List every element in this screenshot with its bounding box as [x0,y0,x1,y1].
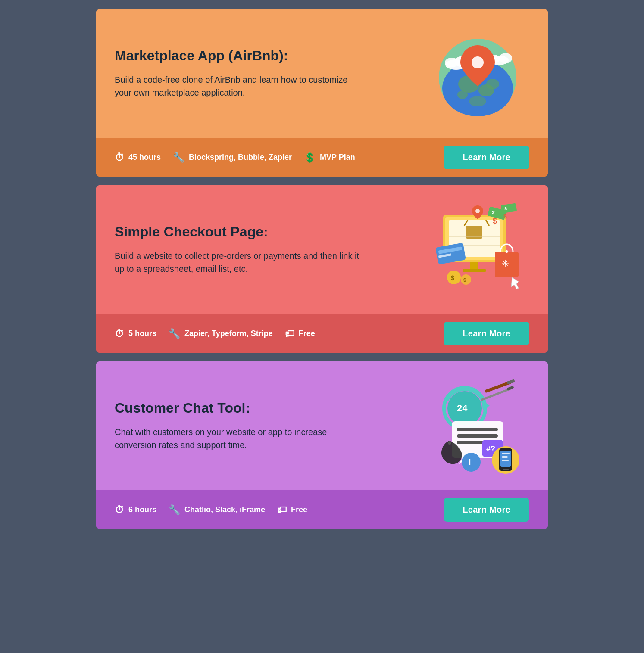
marketplace-card-content: Marketplace App (AirBnb): Build a code-f… [115,47,365,99]
chat-hours: ⏱ 6 hours [115,504,156,516]
svg-point-27 [506,250,508,253]
marketplace-learn-more-button[interactable]: Learn More [444,146,529,169]
marketplace-card-image [426,26,529,121]
svg-point-9 [445,58,459,67]
svg-rect-51 [457,428,498,431]
marketplace-card-top: Marketplace App (AirBnb): Build a code-f… [96,9,548,138]
chat-card-content: Customer Chat Tool: Chat with customers … [115,400,365,451]
checkout-footer-meta: ⏱ 5 hours 🔧 Zapier, Typeform, Stripe 🏷 F… [115,328,444,339]
wrench-icon: 🔧 [173,152,184,163]
marketplace-card-footer: ⏱ 45 hours 🔧 Blockspring, Bubble, Zapier… [96,138,548,177]
wrench-icon-3: 🔧 [169,504,180,516]
checkout-plan: 🏷 Free [285,328,315,339]
svg-rect-64 [502,453,510,454]
chat-tools: 🔧 Chatlio, Slack, iFrame [169,504,265,516]
checkout-hours: ⏱ 5 hours [115,328,156,339]
chat-learn-more-button[interactable]: Learn More [444,498,529,522]
svg-rect-19 [463,269,486,272]
marketplace-footer-meta: ⏱ 45 hours 🔧 Blockspring, Bubble, Zapier… [115,152,444,163]
svg-text:✳: ✳ [501,258,509,269]
svg-point-6 [469,96,486,106]
marketplace-plan: 💲 MVP Plan [304,152,355,163]
svg-point-55 [462,453,481,472]
tag-icon-2: 🏷 [277,504,287,516]
svg-text:i: i [469,457,471,467]
marketplace-card-description: Build a code-free clone of AirBnb and le… [115,73,365,99]
chat-card-top: Customer Chat Tool: Chat with customers … [96,361,548,490]
chat-card-description: Chat with customers on your website or a… [115,426,365,451]
svg-point-5 [486,79,499,89]
svg-text:24: 24 [457,403,468,414]
chat-plan: 🏷 Free [277,504,307,516]
clock-icon: ⏱ [115,152,124,163]
wrench-icon-2: 🔧 [169,328,180,339]
checkout-tools: 🔧 Zapier, Typeform, Stripe [169,328,273,339]
marketplace-tools: 🔧 Blockspring, Bubble, Zapier [173,152,292,163]
svg-rect-35 [501,203,517,214]
svg-text:$: $ [493,217,497,225]
checkout-learn-more-button[interactable]: Learn More [444,322,529,345]
chat-card-image: 24 i #? [426,378,529,473]
chat-card-footer: ⏱ 6 hours 🔧 Chatlio, Slack, iFrame 🏷 Fre… [96,490,548,529]
chat-card-title: Customer Chat Tool: [115,400,365,416]
checkout-card-top: Simple Checkout Page: Build a website to… [96,185,548,314]
marketplace-card: Marketplace App (AirBnb): Build a code-f… [96,9,548,177]
svg-text:$: $ [451,274,454,281]
svg-point-59 [448,441,451,445]
checkout-card-description: Build a website to collect pre-orders or… [115,249,365,275]
svg-text:$: $ [503,213,507,220]
checkout-card: Simple Checkout Page: Build a website to… [96,185,548,353]
dollar-icon: 💲 [304,152,316,163]
svg-point-4 [457,90,468,99]
svg-rect-63 [503,469,509,470]
svg-point-41 [475,209,480,213]
checkout-card-content: Simple Checkout Page: Build a website to… [115,224,365,275]
svg-point-11 [499,53,512,63]
chat-card: Customer Chat Tool: Chat with customers … [96,361,548,529]
svg-rect-66 [502,460,509,461]
marketplace-hours: ⏱ 45 hours [115,152,161,163]
svg-text:#?: #? [486,445,495,453]
svg-marker-37 [511,277,519,289]
checkout-card-footer: ⏱ 5 hours 🔧 Zapier, Typeform, Stripe 🏷 F… [96,314,548,353]
clock-icon-2: ⏱ [115,328,124,339]
checkout-card-title: Simple Checkout Page: [115,224,365,240]
marketplace-card-title: Marketplace App (AirBnb): [115,47,365,64]
tag-icon: 🏷 [285,328,294,339]
checkout-card-image: ✳ $ $ $ $ $ $ [426,202,529,297]
clock-icon-3: ⏱ [115,504,124,516]
svg-point-14 [472,56,484,68]
svg-text:$: $ [463,277,466,283]
svg-rect-65 [502,456,508,458]
svg-rect-52 [457,434,498,438]
chat-footer-meta: ⏱ 6 hours 🔧 Chatlio, Slack, iFrame 🏷 Fre… [115,504,444,516]
